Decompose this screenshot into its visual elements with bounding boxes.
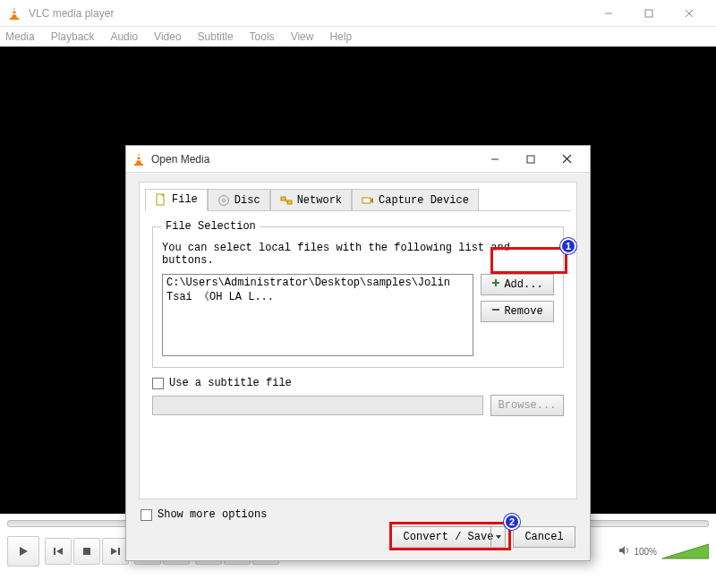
minus-icon: [491, 305, 500, 318]
svg-marker-45: [619, 546, 625, 555]
tab-disc[interactable]: Disc: [208, 189, 270, 211]
dialog-tabstrip: File Disc Network Capture Device: [140, 183, 576, 210]
plus-icon: [491, 278, 500, 291]
svg-marker-46: [662, 544, 709, 558]
use-subtitle-checkbox[interactable]: [152, 378, 164, 389]
main-maximize-button[interactable]: [628, 1, 669, 26]
add-button[interactable]: Add...: [481, 274, 554, 295]
menu-tools[interactable]: Tools: [250, 30, 275, 43]
menu-video[interactable]: Video: [154, 30, 181, 43]
prev-button[interactable]: [45, 538, 72, 565]
vlc-cone-icon: [132, 152, 146, 166]
tab-capture-label: Capture Device: [379, 194, 469, 207]
main-menubar: Media Playback Audio Video Subtitle Tool…: [0, 27, 716, 47]
svg-marker-28: [496, 535, 501, 539]
svg-rect-11: [137, 159, 141, 160]
file-selection-hint: You can select local files with the foll…: [162, 242, 554, 267]
tab-file-panel: File Selection You can select local file…: [145, 210, 571, 490]
file-icon: [155, 193, 167, 206]
svg-marker-31: [56, 548, 63, 555]
svg-rect-34: [118, 548, 120, 555]
svg-rect-10: [137, 156, 141, 157]
volume-slider[interactable]: [662, 542, 709, 560]
file-list[interactable]: C:\Users\Administrator\Desktop\samples\J…: [162, 274, 473, 356]
svg-rect-21: [287, 200, 292, 204]
main-window-title: VLC media player: [29, 7, 588, 20]
show-more-options-checkbox[interactable]: [141, 509, 152, 521]
svg-rect-30: [54, 548, 55, 555]
volume-percent: 100%: [634, 547, 657, 557]
video-area: Open Media File Disc N: [0, 47, 716, 514]
show-more-options-row[interactable]: Show more options: [141, 508, 575, 521]
svg-rect-1: [10, 18, 19, 20]
tab-capture[interactable]: Capture Device: [352, 189, 479, 211]
svg-marker-33: [111, 548, 117, 555]
dialog-minimize-button[interactable]: [477, 148, 513, 171]
svg-rect-3: [13, 13, 17, 14]
svg-rect-20: [281, 197, 286, 200]
svg-rect-2: [13, 10, 16, 11]
dialog-titlebar: Open Media: [126, 146, 590, 173]
svg-rect-23: [362, 198, 371, 203]
tab-network[interactable]: Network: [270, 189, 352, 211]
svg-rect-13: [527, 156, 534, 163]
main-titlebar: VLC media player: [0, 0, 716, 27]
disc-icon: [217, 194, 230, 207]
svg-marker-29: [20, 547, 28, 556]
convert-save-button[interactable]: Convert / Save: [391, 526, 506, 548]
use-subtitle-label: Use a subtitle file: [169, 377, 292, 389]
convert-save-label: Convert / Save: [404, 531, 494, 543]
cancel-button[interactable]: Cancel: [513, 526, 575, 548]
svg-rect-9: [134, 164, 143, 166]
dialog-title: Open Media: [151, 153, 477, 166]
dialog-maximize-button[interactable]: [513, 148, 549, 171]
capture-icon: [362, 194, 374, 207]
cancel-button-label: Cancel: [524, 531, 563, 543]
svg-point-19: [222, 199, 225, 201]
browse-button-label: Browse...: [499, 399, 557, 412]
file-selection-fieldset: File Selection You can select local file…: [152, 220, 564, 368]
play-button[interactable]: [7, 536, 39, 567]
menu-subtitle[interactable]: Subtitle: [198, 30, 234, 43]
tab-network-label: Network: [297, 194, 342, 207]
stop-button[interactable]: [73, 538, 100, 565]
file-selection-legend: File Selection: [162, 220, 260, 233]
add-button-label: Add...: [504, 278, 542, 291]
chevron-down-icon[interactable]: [490, 527, 505, 547]
menu-audio[interactable]: Audio: [110, 30, 138, 43]
file-list-item[interactable]: C:\Users\Administrator\Desktop\samples\J…: [166, 277, 469, 304]
network-icon: [280, 194, 293, 207]
menu-media[interactable]: Media: [5, 30, 35, 43]
remove-button[interactable]: Remove: [481, 301, 554, 322]
svg-rect-32: [83, 548, 90, 555]
menu-help[interactable]: Help: [329, 30, 352, 43]
remove-button-label: Remove: [504, 305, 542, 318]
dialog-close-button[interactable]: [549, 148, 584, 171]
open-media-dialog: Open Media File Disc N: [125, 145, 591, 561]
main-minimize-button[interactable]: [588, 1, 628, 26]
subtitle-path-input: [152, 396, 483, 415]
show-more-options-label: Show more options: [158, 508, 267, 521]
tab-disc-label: Disc: [234, 194, 260, 207]
use-subtitle-row[interactable]: Use a subtitle file: [152, 377, 564, 389]
svg-marker-8: [136, 153, 141, 164]
menu-view[interactable]: View: [291, 30, 314, 43]
main-close-button[interactable]: [669, 1, 709, 26]
speaker-icon[interactable]: [618, 544, 630, 559]
vlc-cone-icon: [7, 6, 21, 21]
svg-marker-0: [12, 7, 17, 18]
svg-rect-5: [645, 10, 652, 17]
browse-button: Browse...: [490, 395, 564, 416]
tab-file[interactable]: File: [145, 189, 208, 211]
tab-file-label: File: [172, 193, 198, 206]
menu-playback[interactable]: Playback: [51, 30, 95, 43]
volume-control[interactable]: 100%: [618, 542, 709, 560]
